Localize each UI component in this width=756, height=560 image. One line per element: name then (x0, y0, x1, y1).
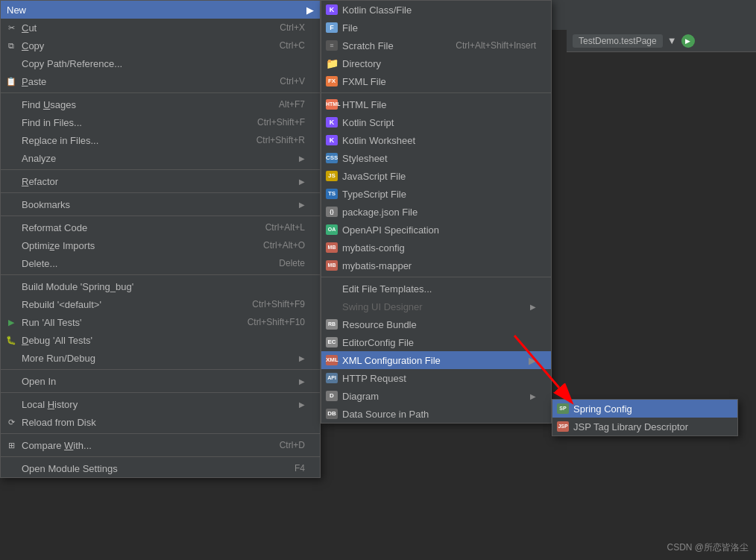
open-in-label: Open In (22, 376, 56, 387)
menu-header-arrow: ▶ (306, 4, 314, 16)
menu-item-find-usages[interactable]: Find Usages Alt+F7 (1, 95, 320, 113)
submenu-resource-bundle[interactable]: RB Resource Bundle (321, 315, 551, 333)
editorconfig-icon: EC (326, 336, 338, 348)
menu-item-analyze[interactable]: Analyze (1, 149, 320, 167)
directory-icon: 📁 (326, 57, 338, 69)
data-source-icon: DB (326, 408, 338, 420)
submenu-mybatis-config[interactable]: MB mybatis-config (321, 239, 551, 257)
spring-config-icon: SP (557, 403, 569, 415)
submenu-xml-config[interactable]: XML XML Configuration File ▶ (321, 351, 551, 369)
submenu2-jsp-tag[interactable]: JSP JSP Tag Library Descriptor (552, 418, 737, 435)
run-button[interactable] (681, 34, 695, 48)
rebuild-icon (5, 298, 17, 310)
delete-shortcut: Delete (264, 258, 305, 268)
menu-item-reload[interactable]: ⟳ Reload from Disk (1, 413, 320, 431)
cut-label: Cut (22, 22, 37, 34)
resource-bundle-label: Resource Bundle (342, 319, 417, 330)
submenu-kotlin-class[interactable]: K Kotlin Class/File (321, 1, 551, 19)
run-config-label: TestDemo.testPage (573, 34, 663, 48)
menu-item-optimize[interactable]: Optimize Imports Ctrl+Alt+O (1, 236, 320, 254)
fxml-icon: FX (326, 75, 338, 87)
menu-item-cut[interactable]: ✂ Cut Ctrl+X (1, 19, 320, 37)
find-files-shortcut: Ctrl+Shift+F (242, 117, 305, 128)
mybatis-config-label: mybatis-config (342, 242, 405, 254)
local-history-label: Local History (22, 399, 78, 410)
replace-files-icon (5, 134, 17, 146)
bookmarks-icon (5, 198, 17, 210)
mybatis-mapper-label: mybatis-mapper (342, 260, 412, 271)
file-icon: F (326, 22, 338, 34)
submenu-kotlin-worksheet[interactable]: K Kotlin Worksheet (321, 131, 551, 149)
openapi-icon: OA (326, 224, 338, 236)
find-usages-shortcut: Alt+F7 (264, 99, 305, 110)
kotlin-script-label: Kotlin Script (342, 117, 394, 128)
run-tests-label: Run 'All Tests' (22, 317, 82, 328)
menu-item-copy-path[interactable]: Copy Path/Reference... (1, 54, 320, 72)
menu-item-find-files[interactable]: Find in Files... Ctrl+Shift+F (1, 113, 320, 131)
mybatis-mapper-icon: MB (326, 259, 338, 271)
submenu-editorconfig[interactable]: EC EditorConfig File (321, 333, 551, 351)
open-settings-shortcut: F4 (280, 463, 305, 474)
run-tests-icon: ▶ (5, 316, 17, 328)
menu-item-delete[interactable]: Delete... Delete (1, 254, 320, 272)
submenu-typescript[interactable]: TS TypeScript File (321, 185, 551, 203)
open-settings-icon (5, 462, 17, 474)
menu-item-open-settings[interactable]: Open Module Settings F4 (1, 459, 320, 477)
submenu-http-request[interactable]: API HTTP Request (321, 369, 551, 387)
scratch-file-shortcut: Ctrl+Alt+Shift+Insert (441, 40, 536, 51)
submenu-html[interactable]: HTML HTML File (321, 95, 551, 113)
submenu-fxml[interactable]: FX FXML File (321, 72, 551, 90)
menu-item-run-tests[interactable]: ▶ Run 'All Tests' Ctrl+Shift+F10 (1, 313, 320, 331)
submenu-openapi[interactable]: OA OpenAPI Specification (321, 221, 551, 239)
javascript-label: JavaScript File (342, 171, 406, 182)
submenu-data-source[interactable]: DB Data Source in Path (321, 405, 551, 423)
submenu-package-json[interactable]: {} package.json File (321, 203, 551, 221)
submenu-edit-templates[interactable]: Edit File Templates... (321, 280, 551, 298)
menu-header-new[interactable]: New ▶ (1, 1, 320, 19)
menu-item-local-history[interactable]: Local History (1, 395, 320, 413)
stylesheet-label: Stylesheet (342, 153, 388, 164)
rebuild-shortcut: Ctrl+Shift+F9 (237, 299, 305, 309)
menu-item-copy[interactable]: ⧉ Copy Ctrl+C (1, 37, 320, 54)
typescript-label: TypeScript File (342, 189, 406, 200)
menu-item-bookmarks[interactable]: Bookmarks (1, 195, 320, 213)
menu-item-more-run[interactable]: More Run/Debug (1, 349, 320, 367)
menu-item-replace-files[interactable]: Replace in Files... Ctrl+Shift+R (1, 131, 320, 149)
menu-item-open-in[interactable]: Open In (1, 372, 320, 390)
jsp-tag-label: JSP Tag Library Descriptor (573, 421, 688, 432)
submenu-stylesheet[interactable]: CSS Stylesheet (321, 149, 551, 167)
debug-tests-label: Debug 'All Tests' (22, 335, 92, 346)
submenu-diagram[interactable]: D Diagram (321, 387, 551, 405)
paste-icon: 📋 (5, 75, 17, 87)
menu-item-reformat[interactable]: Reformat Code Ctrl+Alt+L (1, 218, 320, 236)
spring-config-label: Spring Config (573, 403, 632, 415)
submenu-file[interactable]: F File (321, 19, 551, 37)
diagram-label: Diagram (342, 391, 379, 402)
menu-item-compare-with[interactable]: ⊞ Compare With... Ctrl+D (1, 436, 320, 454)
reformat-label: Reformat Code (22, 222, 87, 233)
menu-item-build-module[interactable]: Build Module 'Spring_bug' (1, 277, 320, 295)
local-history-icon (5, 398, 17, 410)
paste-shortcut: Ctrl+V (265, 76, 305, 86)
find-usages-label: Find Usages (22, 99, 76, 110)
menu-item-paste[interactable]: 📋 Paste Ctrl+V (1, 72, 320, 90)
run-bar: TestDemo.testPage ▼ (567, 30, 756, 52)
menu-item-rebuild[interactable]: Rebuild '<default>' Ctrl+Shift+F9 (1, 295, 320, 313)
submenu-scratch-file[interactable]: ≡ Scratch File Ctrl+Alt+Shift+Insert (321, 37, 551, 54)
menu-item-debug-tests[interactable]: 🐛 Debug 'All Tests' (1, 331, 320, 349)
reload-icon: ⟳ (5, 416, 17, 428)
scratch-file-label: Scratch File (342, 40, 394, 51)
openapi-label: OpenAPI Specification (342, 224, 439, 236)
menu-item-refactor[interactable]: Refactor (1, 172, 320, 190)
submenu2-spring-config[interactable]: SP Spring Config (552, 400, 737, 418)
more-run-label: More Run/Debug (22, 353, 95, 364)
submenu-mybatis-mapper[interactable]: MB mybatis-mapper (321, 257, 551, 274)
submenu-directory[interactable]: 📁 Directory (321, 54, 551, 72)
submenu-javascript[interactable]: JS JavaScript File (321, 167, 551, 185)
copy-path-label: Copy Path/Reference... (22, 58, 122, 69)
submenu-swing-designer[interactable]: Swing UI Designer (321, 298, 551, 315)
delete-icon (5, 257, 17, 269)
edit-templates-label: Edit File Templates... (342, 283, 432, 295)
submenu-kotlin-script[interactable]: K Kotlin Script (321, 113, 551, 131)
http-request-icon: API (326, 372, 338, 384)
